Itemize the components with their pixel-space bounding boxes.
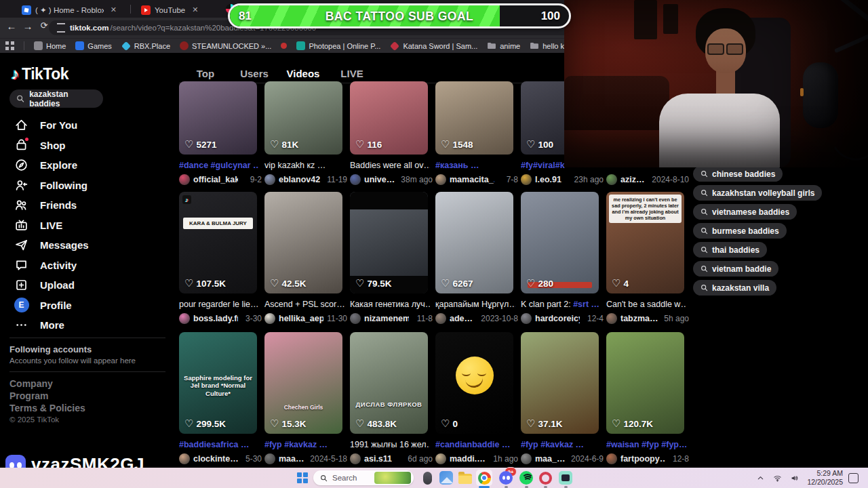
video-author-row[interactable]: official_kako9-2 [179,174,262,185]
video-caption[interactable]: pour regarder le lie… [179,300,259,309]
tray-chevron-icon[interactable] [756,474,765,483]
video-caption[interactable]: #казань … [435,161,515,170]
video-author-row[interactable]: tabzma…5h ago [606,313,689,324]
taskbar-app-opera[interactable] [537,470,553,486]
video-date: 2024-6-9 [571,454,604,464]
video-author-row[interactable]: fartpoopy…12-8 [606,453,689,464]
red-dot-icon [281,43,287,49]
video-caption[interactable]: Ascend + PSL scor… [264,300,344,309]
sidebar-item-following[interactable]: Following [8,176,171,195]
site-settings-icon[interactable] [57,23,65,33]
start-button[interactable] [297,472,308,483]
related-search-pill[interactable]: thai baddies [693,242,767,258]
bookmark-katana-sword-sam-[interactable]: Katana Sword | Sam... [390,42,477,50]
taskbar-app-spotify[interactable] [518,470,534,486]
footer-link-terms-policies[interactable]: Terms & Policies [9,403,85,413]
video-author-row[interactable]: mamacita_…7-8 [435,174,518,185]
tray-volume-icon[interactable] [790,474,799,483]
video-caption[interactable]: Baddies were all ov… [350,161,430,170]
related-search-pill[interactable]: vietnamese baddies [693,204,797,220]
streamer-face [705,28,746,73]
result-tab-top[interactable]: Top [197,68,214,79]
related-search-pill[interactable]: vietnam baddie [693,261,778,277]
taskbar-app-explorer[interactable] [457,470,473,486]
browser-tab[interactable]: ( ✦ ) Home - Roblox✕ [16,2,122,18]
taskbar-app-mouse[interactable] [419,470,435,486]
taskbar-app-chrome[interactable] [476,470,492,486]
result-tab-users[interactable]: Users [240,68,269,79]
bookmark-apps-grid-icon[interactable] [5,41,14,50]
folder-icon [530,41,539,51]
sidebar-item-messages[interactable]: Messages [8,235,171,255]
footer-link-company[interactable]: Company [9,378,53,389]
taskbar-app-photos[interactable] [438,470,454,486]
mic-arm [833,0,868,34]
video-caption[interactable]: қарапайым Нұргүл… [435,300,515,309]
sidebar-item-explore[interactable]: Explore [8,155,171,175]
video-caption[interactable]: #dance #gulcynar … [179,161,259,170]
sidebar-item-friends[interactable]: Friends [8,195,171,215]
notification-center-icon[interactable] [848,473,859,483]
video-author-row[interactable]: maa…2024-5-18 [264,453,347,464]
video-author-row[interactable]: aziz…2024-8-10 [606,174,689,185]
author-avatar [264,313,275,324]
video-caption[interactable]: #candianbaddie … [435,440,515,449]
sidebar-item-live[interactable]: LIVE [8,216,171,235]
related-search-pill[interactable]: kazakstan villa [693,280,776,296]
tray-wifi-icon[interactable] [773,474,782,483]
bookmark-photopea-online-p-[interactable]: Photopea | Online P... [296,41,380,50]
result-tab-live[interactable]: LIVE [340,68,363,79]
search-input[interactable]: kazakstan baddies [9,89,103,108]
sidebar-item-profile[interactable]: EProfile [8,296,171,315]
video-author-row[interactable]: nizamenem11-8 [350,313,433,324]
tiktok-logo[interactable]: ♪ TikTok [11,64,68,83]
forward-icon[interactable]: → [20,20,35,32]
video-caption[interactable]: vip kazakh кz … [264,161,344,170]
video-caption[interactable]: Can't be a saddle w… [606,300,686,309]
result-tab-videos[interactable]: Videos [287,68,320,79]
related-search-pill[interactable]: burmese baddies [693,223,787,239]
video-caption[interactable]: Какая генетика луч… [350,300,430,309]
tab-close-icon[interactable]: ✕ [111,5,117,14]
video-caption[interactable]: K clan part 2: #srt … [521,300,601,309]
bookmark-rbx-place[interactable]: RBX.Place [121,42,170,50]
video-author-row[interactable]: boss.lady.fr3-30 [179,313,262,324]
related-search-pill[interactable]: kazakhstan volleyball girls [693,185,822,201]
video-caption[interactable]: #waisan #fyp #fyp… [606,440,686,449]
video-caption[interactable]: #fyp #kavkaz … [264,440,344,449]
video-caption[interactable]: #baddiesafrica … [179,440,259,449]
video-author-row[interactable]: asi.s116d ago [350,453,433,464]
video-author-row[interactable]: l.eo.9123h ago [521,174,604,185]
video-author-row[interactable]: maa_…2024-6-9 [521,453,604,464]
video-author-row[interactable]: unive…38m ago [350,174,433,185]
back-icon[interactable]: ← [4,20,19,32]
video-author-row[interactable]: clockinte…5-30 [179,453,262,464]
sidebar-item-activity[interactable]: Activity [8,256,171,275]
video-caption[interactable]: #fyp #kavkaz … [521,440,601,449]
bookmark-games[interactable]: Games [75,41,111,50]
sidebar-item-shop[interactable]: Shop [8,136,171,155]
tab-close-icon[interactable]: ✕ [192,5,198,14]
video-author-row[interactable]: eblanov4211-19 [264,174,347,185]
video-author-row[interactable]: hardcoreicy12-4 [521,313,604,324]
bookmark-icon-only[interactable] [281,43,287,49]
video-author-row[interactable]: ade…2023-10-8 [435,313,518,324]
bookmark-anime[interactable]: anime [487,41,520,51]
taskbar-app-discord[interactable]: 9+ [498,470,514,486]
sidebar-item-more[interactable]: More [8,315,171,335]
sidebar-item-upload[interactable]: Upload [8,275,171,295]
sub-goal-bar: 81 BAC TATTOO SUB GOAL 100 [228,3,571,28]
bookmark-home[interactable]: Home [34,41,66,50]
taskbar-clock[interactable]: 5:29 AM 12/20/2025 [807,469,843,487]
related-search-pill[interactable]: chinese baddies [693,166,783,182]
video-author-row[interactable]: maddi.…1h ago [435,453,518,464]
taskbar-search[interactable]: Search [313,470,414,485]
bookmark-steamunlocked-[interactable]: STEAMUNLOCKED »... [180,41,271,50]
author-avatar [606,453,617,464]
footer-link-program[interactable]: Program [9,390,49,401]
video-author-row[interactable]: hellika_aep11-30 [264,313,347,324]
sidebar-item-for-you[interactable]: For You [8,115,171,135]
video-caption[interactable]: 1991 жылғы 16 жел… [350,440,430,449]
taskbar-app-camera[interactable] [557,470,574,486]
screen: ( ✦ ) Home - Roblox✕YouTube✕ ← → ⟳ tikto… [0,0,868,488]
